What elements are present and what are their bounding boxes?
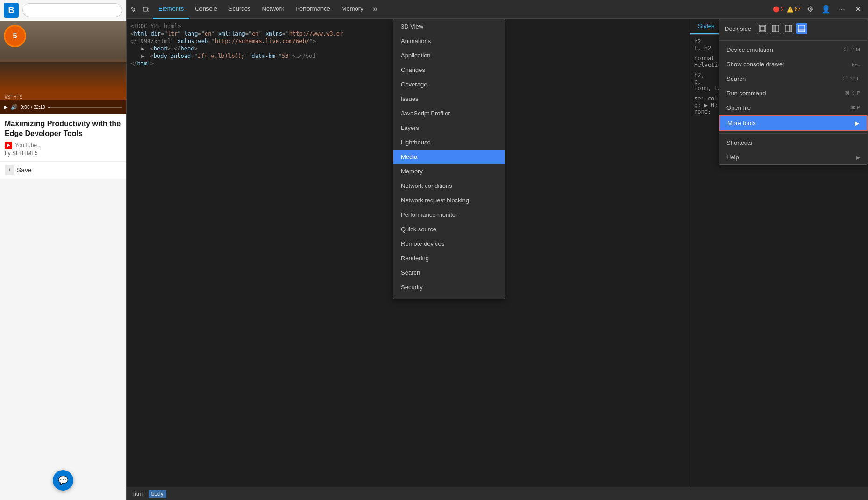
tab-sources[interactable]: Sources <box>223 0 256 19</box>
chat-icon: 💬 <box>58 475 68 486</box>
user-feedback-button[interactable]: 👤 <box>819 3 832 16</box>
menu-item-label: Open file <box>726 104 751 111</box>
menu-item-label: More tools <box>727 120 756 127</box>
browser-panel: B 5 #SFHTS ▶ 🔊 0:06 / 32:19 <box>0 0 126 500</box>
menu-item-device-emulation[interactable]: Device emulation ⌘ ⇧ M <box>719 43 868 57</box>
error-icon: 🔴 <box>773 6 780 13</box>
menu-item-quick-source[interactable]: Quick source <box>393 222 505 236</box>
progress-fill <box>48 107 50 108</box>
close-button[interactable]: ✕ <box>851 3 864 16</box>
settings-button[interactable]: ⚙ <box>804 3 817 16</box>
video-container: 5 #SFHTS ▶ 🔊 0:06 / 32:19 <box>0 21 126 114</box>
menu-item-remote-devices[interactable]: Remote devices <box>393 236 505 251</box>
devtools-tabs-row: Elements Console Sources Network Perform… <box>127 0 769 19</box>
tab-overflow-button[interactable]: » <box>369 4 381 14</box>
menu-item-run-command[interactable]: Run command ⌘ ⇧ P <box>719 86 868 100</box>
menu-item-label: Issues <box>401 95 419 102</box>
video-info: Maximizing Productivity with the Edge De… <box>0 114 126 161</box>
device-toggle-button[interactable] <box>140 3 153 16</box>
play-button[interactable]: ▶ <box>4 104 8 110</box>
menu-item-issues[interactable]: Issues <box>393 92 505 106</box>
tab-styles[interactable]: Styles <box>690 19 722 34</box>
video-title: Maximizing Productivity with the Edge De… <box>5 119 121 139</box>
breadcrumb-body[interactable]: body <box>149 490 166 498</box>
customize-button[interactable]: ··· <box>835 3 848 16</box>
menu-item-label: Lighthouse <box>401 139 431 146</box>
svg-rect-0 <box>143 7 147 11</box>
dock-side-section: Dock side <box>719 19 868 38</box>
tab-network[interactable]: Network <box>256 0 290 19</box>
menu-item-help[interactable]: Help ▶ <box>719 150 868 164</box>
dock-undock-button[interactable] <box>757 23 768 34</box>
svg-rect-6 <box>772 25 775 32</box>
inspect-element-button[interactable] <box>127 3 140 16</box>
video-author: by SFHTML5 <box>5 150 121 157</box>
menu-item-3dview[interactable]: 3D View <box>393 19 505 34</box>
menu-item-performance-monitor[interactable]: Performance monitor <box>393 207 505 222</box>
tab-console[interactable]: Console <box>189 0 223 19</box>
menu-item-label: Media <box>401 153 417 160</box>
menu-item-layers[interactable]: Layers <box>393 121 505 135</box>
browser-topbar: B <box>0 0 126 21</box>
menu-item-js-profiler[interactable]: JavaScript Profiler <box>393 106 505 121</box>
menu-item-label: Search <box>726 75 746 82</box>
menu-item-show-console-drawer[interactable]: Show console drawer Esc <box>719 57 868 71</box>
error-badge[interactable]: 🔴 2 <box>773 6 784 13</box>
channel-row: YouTube... <box>5 142 121 149</box>
menu-item-open-file[interactable]: Open file ⌘ P <box>719 100 868 115</box>
menu-item-label: Rendering <box>401 255 429 262</box>
menu-item-label: Performance monitor <box>401 211 457 218</box>
youtube-play-icon <box>7 143 10 147</box>
menu-item-application[interactable]: Application <box>393 48 505 63</box>
menu-shortcut: ⌘ ⇧ M <box>844 47 860 53</box>
menu-item-label: Network request blocking <box>401 197 469 204</box>
progress-bar[interactable] <box>48 107 122 108</box>
tab-elements[interactable]: Elements <box>153 0 189 19</box>
menu-item-shortcuts[interactable]: Shortcuts <box>719 136 868 150</box>
menu-item-media[interactable]: Media <box>393 150 505 164</box>
menu-item-security[interactable]: Security <box>393 280 505 294</box>
dock-right-button[interactable] <box>783 23 794 34</box>
menu-item-label: Quick source <box>401 226 436 233</box>
menu-item-label: Show console drawer <box>726 61 784 68</box>
menu-item-network-conditions[interactable]: Network conditions <box>393 179 505 193</box>
menu-item-label: Application <box>401 52 431 59</box>
menu-item-label: Security <box>401 284 423 291</box>
warn-count: 67 <box>795 6 801 13</box>
menu-item-animations[interactable]: Animations <box>393 34 505 48</box>
warn-badge[interactable]: ⚠️ 67 <box>787 6 801 13</box>
sfhtml5-label: #SFHTS <box>5 94 22 100</box>
sfhtml5-badge-text: 5 <box>13 32 17 40</box>
menu-item-changes[interactable]: Changes <box>393 63 505 77</box>
svg-rect-1 <box>148 8 149 11</box>
tab-performance[interactable]: Performance <box>290 0 335 19</box>
devtools-content: <!DOCTYPE html> <html dir="ltr" lang="en… <box>127 19 868 487</box>
menu-item-coverage[interactable]: Coverage <box>393 77 505 92</box>
dock-left-button[interactable] <box>770 23 781 34</box>
menu-item-sensors[interactable]: Sensors <box>393 294 505 299</box>
menu-arrow-icon: ▶ <box>855 120 859 127</box>
menu-item-search[interactable]: Search <box>393 265 505 280</box>
dock-bottom-button[interactable] <box>796 23 807 34</box>
menu-item-label: Search <box>401 269 420 276</box>
bing-logo[interactable]: B <box>4 3 19 18</box>
tab-memory[interactable]: Memory <box>336 0 369 19</box>
chat-button[interactable]: 💬 <box>53 470 73 491</box>
breadcrumb-html[interactable]: html <box>130 490 147 498</box>
menu-item-lighthouse[interactable]: Lighthouse <box>393 135 505 150</box>
menu-item-search[interactable]: Search ⌘ ⌥ F <box>719 71 868 86</box>
svg-rect-12 <box>798 29 805 32</box>
save-icon: + <box>5 165 14 175</box>
menu-item-network-request-blocking[interactable]: Network request blocking <box>393 193 505 207</box>
menu-item-rendering[interactable]: Rendering <box>393 251 505 265</box>
menu-item-label: Network conditions <box>401 182 452 189</box>
more-tools-menu: 3D View Animations Application Changes C <box>393 19 505 299</box>
video-controls: ▶ 🔊 0:06 / 32:19 <box>0 100 126 114</box>
save-label[interactable]: Save <box>17 166 32 174</box>
volume-button[interactable]: 🔊 <box>11 104 18 110</box>
menu-item-memory[interactable]: Memory <box>393 164 505 179</box>
address-bar[interactable] <box>22 3 122 17</box>
save-row: + Save <box>0 161 126 179</box>
menu-item-label: Device emulation <box>726 46 773 53</box>
menu-item-more-tools[interactable]: More tools ▶ <box>719 115 868 131</box>
